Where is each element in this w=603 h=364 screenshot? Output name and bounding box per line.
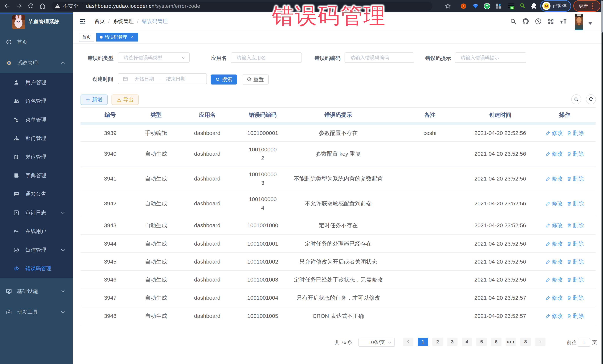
svg-text:on: on	[511, 7, 514, 9]
